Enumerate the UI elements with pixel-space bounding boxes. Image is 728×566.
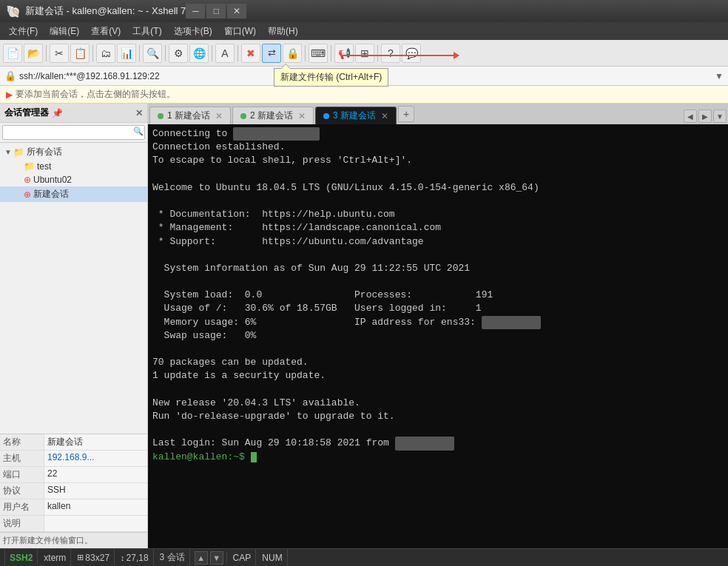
prop-label-port: 端口 (0, 467, 44, 482)
tree-item-ubuntu02[interactable]: ⊕ Ubuntu02 (0, 173, 147, 186)
prop-row-name: 名称 新建会话 (0, 434, 147, 451)
terminal-line: Last login: Sun Aug 29 10:18:58 2021 fro… (152, 437, 724, 450)
status-position: ↕ 27,18 (116, 549, 154, 566)
menu-window[interactable]: 窗口(W) (218, 24, 262, 39)
sidebar-close-icon[interactable]: ✕ (135, 108, 143, 118)
copy-button[interactable]: 📋 (70, 44, 90, 63)
properties-panel: 名称 新建会话 主机 192.168.9... 端口 22 协议 SSH 用户名… (0, 434, 147, 532)
tab-prev-button[interactable]: ◀ (684, 110, 697, 123)
terminal-cursor (251, 452, 257, 462)
prop-row-username: 用户名 kallen (0, 499, 147, 516)
terminal-line (152, 383, 724, 397)
terminal-line (152, 168, 724, 181)
terminal-line (152, 249, 724, 262)
tab-2[interactable]: 2 新建会话 ✕ (232, 107, 314, 124)
status-position-text: 27,18 (127, 553, 149, 563)
status-sessions-text: 3 会话 (160, 551, 185, 564)
terminal-area: 1 新建会话 ✕ 2 新建会话 ✕ 3 新建会话 ✕ + ◀ ▶ ▼ Conne… (148, 104, 728, 548)
new-session-button[interactable]: 📄 (3, 44, 22, 63)
session-icon-ubuntu: ⊕ (24, 175, 31, 185)
broadcast-button[interactable]: 📢 (334, 44, 354, 63)
toolbar-separator-5 (212, 45, 212, 61)
tab-next-button[interactable]: ▶ (698, 110, 712, 123)
status-sessions: 3 会话 (155, 549, 190, 566)
tab-dot-2 (240, 113, 246, 119)
pin-icon[interactable]: 📌 (52, 108, 63, 118)
tip-bar: ▶ 要添加当前会话，点击左侧的箭头按钮。 (0, 86, 728, 104)
tree-item-all-sessions[interactable]: ▼ 📁 所有会话 (0, 144, 147, 160)
minimize-button[interactable]: ─ (186, 4, 205, 18)
tab-3[interactable]: 3 新建会话 ✕ (315, 107, 397, 124)
menu-tools[interactable]: 工具(T) (127, 24, 167, 39)
terminal-line (152, 275, 724, 289)
keyboard-button[interactable]: ⌨ (309, 44, 328, 63)
close-button[interactable]: ✕ (227, 4, 246, 18)
tab-close-3[interactable]: ✕ (381, 111, 388, 121)
terminal-line (152, 343, 724, 356)
lock-icon: 🔒 (4, 70, 16, 81)
folder-icon: 📁 (13, 147, 24, 158)
expand-icon: ▼ (3, 148, 13, 156)
font-button[interactable]: A (215, 44, 235, 63)
terminal-line: To escape to local shell, press 'Ctrl+Al… (152, 154, 724, 167)
terminal-line: * Documentation: https://help.ubuntu.com (152, 208, 724, 221)
xshell-icon-button[interactable]: ✖ (241, 44, 260, 63)
main-area: 会话管理器 📌 ✕ 🔍 ▼ 📁 所有会话 📁 test ⊕ U (0, 104, 728, 548)
toolbar-separator-3 (139, 45, 140, 61)
session-manager-button[interactable]: 🗂 (96, 44, 115, 63)
tab-close-2[interactable]: ✕ (298, 111, 306, 121)
scroll-up-button[interactable]: ▲ (195, 551, 208, 565)
tree-item-new-session[interactable]: ⊕ 新建会话 (0, 186, 147, 202)
status-num-indicator: NUM (257, 549, 287, 566)
status-cap-indicator: CAP (229, 549, 257, 566)
terminal-line: Run 'do-release-upgrade' to upgrade to i… (152, 410, 724, 423)
terminal-line (152, 423, 724, 437)
prop-label-protocol: 协议 (0, 483, 44, 499)
folder-icon-test: 📁 (24, 161, 35, 172)
session-manager-2-button[interactable]: 📊 (117, 44, 136, 63)
blur-ip (482, 316, 541, 329)
status-terminal-type: xterm (39, 549, 71, 566)
tab-1[interactable]: 1 新建会话 ✕ (149, 107, 231, 124)
menu-file[interactable]: 文件(F) (3, 24, 44, 39)
tab-add-button[interactable]: + (398, 106, 414, 122)
tip-text: 要添加当前会话，点击左侧的箭头按钮。 (16, 88, 175, 101)
layout-button[interactable]: ⊞ (355, 44, 374, 63)
connect-button[interactable]: 🌐 (189, 44, 209, 63)
tip-arrow-icon: ▶ (6, 90, 13, 100)
menubar: 文件(F) 编辑(E) 查看(V) 工具(T) 选项卡(B) 窗口(W) 帮助(… (0, 22, 728, 40)
tab-label-2: 2 新建会话 (250, 110, 293, 122)
comments-button[interactable]: 💬 (402, 44, 421, 63)
terminal-line: Welcome to Ubuntu 18.04.5 LTS (GNU/Linux… (152, 181, 724, 195)
prop-value-username: kallen (44, 499, 147, 515)
tab-close-1[interactable]: ✕ (215, 111, 223, 121)
config-button[interactable]: ⚙ (169, 44, 188, 63)
scroll-down-button[interactable]: ▼ (210, 551, 223, 565)
menu-tabs[interactable]: 选项卡(B) (168, 24, 218, 39)
prop-value-port: 22 (44, 467, 147, 482)
terminal[interactable]: Connecting to Connection established. To… (148, 124, 728, 548)
search-button[interactable]: 🔍 (143, 44, 162, 63)
terminal-line: System load: 0.0 Processes: 191 (152, 289, 724, 302)
help-button[interactable]: ? (381, 44, 400, 63)
tree-label-test: test (37, 161, 51, 172)
tab-menu-button[interactable]: ▼ (713, 110, 727, 123)
toolbar-separator-4 (165, 45, 166, 61)
status-terminal-text: xterm (44, 553, 66, 563)
open-button[interactable]: 📂 (24, 44, 43, 63)
menu-help[interactable]: 帮助(H) (262, 24, 304, 39)
tab-label-3: 3 新建会话 (333, 110, 376, 122)
cut-button[interactable]: ✂ (50, 44, 69, 63)
prop-row-desc: 说明 (0, 516, 147, 532)
address-dropdown[interactable]: ▼ (715, 71, 724, 81)
maximize-button[interactable]: □ (206, 4, 226, 18)
menu-edit[interactable]: 编辑(E) (44, 24, 85, 39)
tree-item-test[interactable]: 📁 test (0, 160, 147, 173)
file-transfer-button[interactable]: ⇄ (262, 44, 281, 63)
lock-button[interactable]: 🔒 (283, 44, 302, 63)
toolbar-separator (46, 45, 47, 61)
sidebar: 会话管理器 📌 ✕ 🔍 ▼ 📁 所有会话 📁 test ⊕ U (0, 104, 148, 548)
menu-view[interactable]: 查看(V) (85, 24, 127, 39)
sidebar-search-input[interactable] (2, 125, 145, 140)
prop-label-name: 名称 (0, 434, 44, 450)
